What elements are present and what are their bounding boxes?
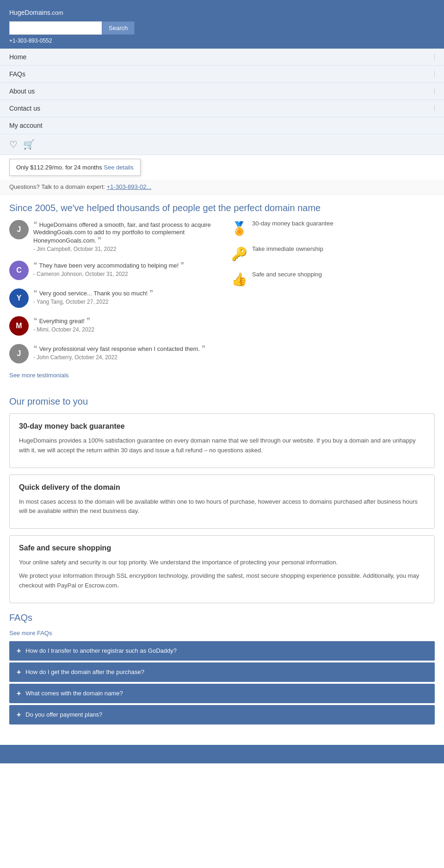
testimonial-text-mimi: ❝ Everything great! ❞ — [33, 316, 94, 325]
promise-card-title-delivery: Quick delivery of the domain — [19, 483, 425, 492]
ownership-icon: 🔑 — [231, 246, 247, 262]
content-grid: J ❝ HugeDomains offered a smooth, fair, … — [9, 220, 435, 388]
navigation: Home FAQs About us Contact us My account… — [0, 49, 444, 155]
testimonial-author-mimi: - Mimi, October 24, 2022 — [33, 326, 94, 333]
logo: HugeDomains.com — [9, 6, 435, 18]
avatar-mimi: M — [9, 316, 29, 336]
promise-card-title-money-back: 30-day money back guarantee — [19, 422, 425, 431]
avatar-john: J — [9, 344, 29, 363]
testimonial-text-yang: ❝ Very good service... Thank you so much… — [33, 288, 154, 297]
questions-bar: Questions? Talk to a domain expert: +1-3… — [0, 180, 444, 194]
promise-card-text-money-back: HugeDomains provides a 100% satisfaction… — [19, 436, 425, 456]
questions-phone[interactable]: +1-303-893-02... — [107, 183, 151, 190]
testimonial-item: Y ❝ Very good service... Thank you so mu… — [9, 288, 222, 308]
testimonial-text-cameron: ❝ They have been very accommodating to h… — [33, 261, 185, 269]
promise-card-money-back: 30-day money back guarantee HugeDomains … — [9, 413, 435, 468]
faq-plus-icon-2: + — [17, 689, 21, 698]
search-button[interactable]: Search — [102, 21, 135, 35]
see-more-testimonials-link[interactable]: See more testimonials — [9, 372, 222, 379]
quote-open: ❝ — [33, 220, 37, 228]
badge-label-secure: Safe and secure shopping — [252, 271, 322, 278]
faq-label-2: What comes with the domain name? — [25, 690, 123, 697]
promo-tooltip: Only $112.29/mo. for 24 months See detai… — [9, 159, 141, 176]
testimonial-item: J ❝ Very professional very fast response… — [9, 344, 222, 363]
promise-card-secure: Safe and secure shopping Your online saf… — [9, 535, 435, 603]
badge-item-money-back: 🏅 30-day money back guarantee — [231, 220, 435, 236]
testimonial-text-john: ❝ Very professional very fast response w… — [33, 344, 206, 353]
promise-section: Our promise to you 30-day money back gua… — [9, 396, 435, 603]
promo-text: Only $112.29/mo. for 24 months — [16, 164, 104, 171]
search-bar: Search — [9, 21, 435, 35]
badges-list: 🏅 30-day money back guarantee 🔑 Take imm… — [222, 220, 435, 388]
nav-divider-faqs — [434, 71, 435, 77]
quote-close: ❞ — [98, 236, 102, 244]
faq-item-1[interactable]: + How do I get the domain after the purc… — [9, 662, 435, 682]
testimonial-item: M ❝ Everything great! ❞ - Mimi, October … — [9, 316, 222, 336]
testimonials-list: J ❝ HugeDomains offered a smooth, fair, … — [9, 220, 222, 388]
cart-icon[interactable]: 🛒 — [23, 139, 35, 150]
promise-heading: Our promise to you — [9, 396, 435, 407]
main-content: Since 2005, we've helped thousands of pe… — [0, 203, 444, 736]
badge-label-ownership: Take immediate ownership — [252, 245, 323, 252]
nav-label-faqs: FAQs — [9, 70, 25, 78]
faq-plus-icon-1: + — [17, 668, 21, 676]
badge-label-money-back: 30-day money back guarantee — [252, 220, 333, 227]
faq-plus-icon-3: + — [17, 711, 21, 719]
promo-area: Only $112.29/mo. for 24 months See detai… — [0, 155, 444, 176]
main-heading: Since 2005, we've helped thousands of pe… — [9, 203, 435, 213]
nav-icons: ♡ 🛒 — [0, 134, 444, 155]
testimonial-author-cameron: - Cameron Johnson, October 31, 2022 — [33, 271, 185, 277]
promise-card-text-delivery: In most cases access to the domain will … — [19, 497, 425, 517]
avatar-yang: Y — [9, 288, 29, 308]
nav-divider-contact — [434, 105, 435, 112]
testimonial-item: J ❝ HugeDomains offered a smooth, fair, … — [9, 220, 222, 252]
nav-divider-about — [434, 88, 435, 94]
search-input[interactable] — [9, 21, 102, 35]
testimonial-item: C ❝ They have been very accommodating to… — [9, 261, 222, 280]
avatar-cameron: C — [9, 261, 29, 280]
logo-text: HugeDomains — [9, 9, 50, 16]
faq-see-more-link[interactable]: See more FAQs — [9, 630, 52, 637]
nav-item-contact[interactable]: Contact us — [0, 100, 444, 117]
testimonial-author-jim: - Jim Campbell, October 31, 2022 — [33, 246, 222, 252]
nav-item-faqs[interactable]: FAQs — [0, 66, 444, 83]
faq-label-0: How do I transfer to another registrar s… — [25, 647, 177, 654]
badge-item-ownership: 🔑 Take immediate ownership — [231, 245, 435, 262]
promise-card-text-secure-1: Your online safety and security is our t… — [19, 558, 425, 568]
wishlist-icon[interactable]: ♡ — [9, 139, 18, 150]
testimonial-author-yang: - Yang Tang, October 27, 2022 — [33, 299, 154, 305]
faq-label-1: How do I get the domain after the purcha… — [25, 668, 144, 675]
promise-card-title-secure: Safe and secure shopping — [19, 544, 425, 552]
faq-item-2[interactable]: + What comes with the domain name? — [9, 684, 435, 703]
faq-see-more: See more FAQs — [9, 630, 435, 637]
avatar-jim: J — [9, 220, 29, 239]
bottom-bar — [0, 745, 444, 763]
nav-label-home: Home — [9, 53, 26, 61]
header: HugeDomains.com Search +1-303-893-0552 — [0, 0, 444, 49]
faq-item-3[interactable]: + Do you offer payment plans? — [9, 705, 435, 724]
questions-text: Questions? Talk to a domain expert: — [9, 183, 107, 190]
nav-item-account[interactable]: My account — [0, 117, 444, 134]
nav-label-account: My account — [9, 122, 43, 129]
promo-link[interactable]: See details — [104, 164, 133, 171]
faqs-section: FAQs See more FAQs + How do I transfer t… — [9, 612, 435, 724]
testimonial-text-jim: ❝ HugeDomains offered a smooth, fair, an… — [33, 220, 222, 244]
faq-label-3: Do you offer payment plans? — [25, 711, 102, 718]
promise-card-delivery: Quick delivery of the domain In most cas… — [9, 475, 435, 529]
secure-icon: 👍 — [231, 272, 247, 287]
badge-item-secure: 👍 Safe and secure shopping — [231, 271, 435, 287]
nav-divider-home — [434, 54, 435, 60]
faq-plus-icon-0: + — [17, 647, 21, 655]
nav-item-about[interactable]: About us — [0, 83, 444, 100]
nav-label-about: About us — [9, 87, 35, 95]
nav-item-home[interactable]: Home — [0, 49, 444, 66]
nav-label-contact: Contact us — [9, 105, 40, 112]
promise-card-text-secure-2: We protect your information through SSL … — [19, 571, 425, 591]
faqs-heading: FAQs — [9, 612, 435, 623]
testimonial-author-john: - John Carberry, October 24, 2022 — [33, 354, 206, 361]
faq-item-0[interactable]: + How do I transfer to another registrar… — [9, 641, 435, 661]
money-back-icon: 🏅 — [231, 221, 247, 236]
logo-tld: .com — [50, 9, 63, 16]
phone-number: +1-303-893-0552 — [9, 37, 435, 44]
